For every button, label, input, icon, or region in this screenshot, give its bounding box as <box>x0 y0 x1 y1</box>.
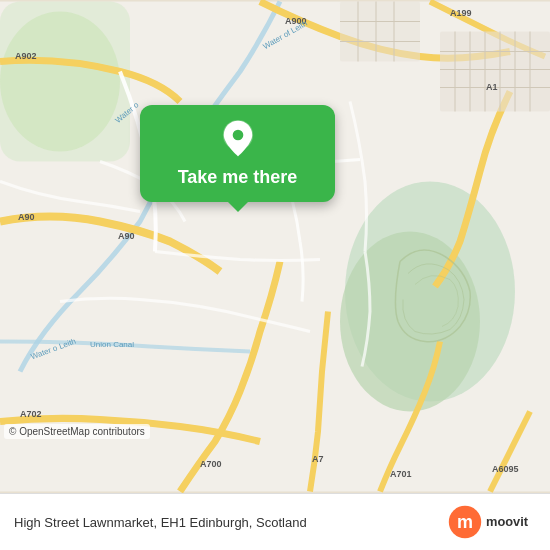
svg-text:A702: A702 <box>20 409 42 419</box>
moovit-logo: m moovit <box>447 504 536 540</box>
svg-text:A90: A90 <box>18 212 35 222</box>
svg-text:A1: A1 <box>486 82 498 92</box>
svg-text:m: m <box>457 512 473 532</box>
svg-point-38 <box>232 130 243 141</box>
take-me-there-label: Take me there <box>178 167 298 188</box>
svg-text:moovit: moovit <box>486 514 529 529</box>
svg-rect-15 <box>340 2 420 62</box>
take-me-there-button[interactable]: Take me there <box>140 105 335 202</box>
map-container: A902 A90 A90 A900 A1 A199 A700 A7 A702 A… <box>0 0 550 493</box>
svg-text:Union Canal: Union Canal <box>90 340 134 349</box>
moovit-logo-icon: m <box>447 504 483 540</box>
svg-rect-5 <box>440 32 550 112</box>
svg-point-4 <box>0 12 120 152</box>
location-pin-icon <box>218 119 258 159</box>
svg-text:A199: A199 <box>450 8 472 18</box>
svg-point-2 <box>340 232 480 412</box>
svg-text:A90: A90 <box>118 231 135 241</box>
location-text: High Street Lawnmarket, EH1 Edinburgh, S… <box>14 515 447 530</box>
moovit-text-icon: moovit <box>486 512 536 532</box>
map-svg: A902 A90 A90 A900 A1 A199 A700 A7 A702 A… <box>0 0 550 493</box>
svg-text:A7: A7 <box>312 454 324 464</box>
app: A902 A90 A90 A900 A1 A199 A700 A7 A702 A… <box>0 0 550 550</box>
map-attribution: © OpenStreetMap contributors <box>4 424 150 439</box>
svg-text:A6095: A6095 <box>492 464 519 474</box>
svg-text:A701: A701 <box>390 469 412 479</box>
svg-text:A902: A902 <box>15 51 37 61</box>
bottom-bar: High Street Lawnmarket, EH1 Edinburgh, S… <box>0 493 550 550</box>
svg-text:A700: A700 <box>200 459 222 469</box>
